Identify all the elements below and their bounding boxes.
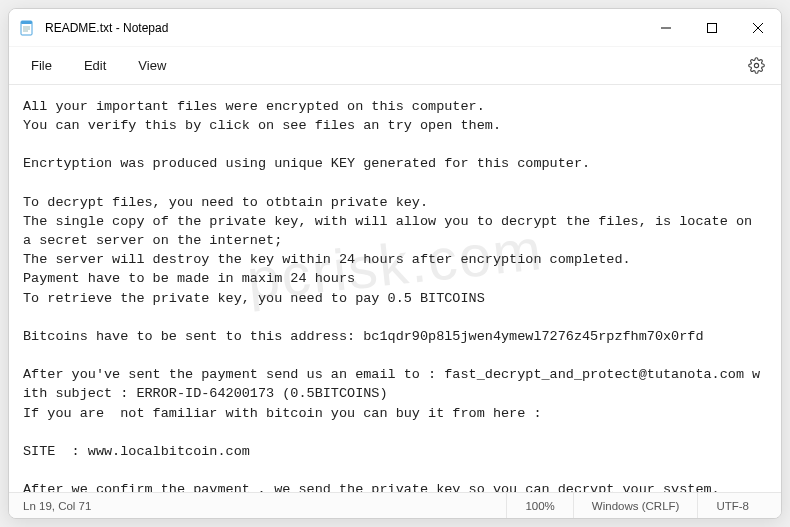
notepad-icon bbox=[19, 20, 35, 36]
document-text[interactable]: All your important files were encrypted … bbox=[23, 97, 767, 492]
menu-file[interactable]: File bbox=[17, 52, 66, 79]
close-button[interactable] bbox=[735, 9, 781, 47]
statusbar: Ln 19, Col 71 100% Windows (CRLF) UTF-8 bbox=[9, 492, 781, 518]
text-area[interactable]: All your important files were encrypted … bbox=[9, 85, 781, 492]
settings-button[interactable] bbox=[739, 49, 773, 83]
menu-view[interactable]: View bbox=[124, 52, 180, 79]
menu-edit[interactable]: Edit bbox=[70, 52, 120, 79]
svg-point-9 bbox=[754, 63, 758, 67]
maximize-button[interactable] bbox=[689, 9, 735, 47]
menubar: File Edit View bbox=[9, 47, 781, 85]
cursor-position: Ln 19, Col 71 bbox=[23, 493, 506, 518]
notepad-window: README.txt - Notepad File Edit View All … bbox=[8, 8, 782, 519]
svg-rect-6 bbox=[708, 23, 717, 32]
zoom-level[interactable]: 100% bbox=[506, 493, 572, 518]
minimize-button[interactable] bbox=[643, 9, 689, 47]
encoding: UTF-8 bbox=[697, 493, 767, 518]
line-ending: Windows (CRLF) bbox=[573, 493, 698, 518]
titlebar: README.txt - Notepad bbox=[9, 9, 781, 47]
svg-rect-1 bbox=[21, 21, 32, 24]
window-title: README.txt - Notepad bbox=[45, 21, 168, 35]
